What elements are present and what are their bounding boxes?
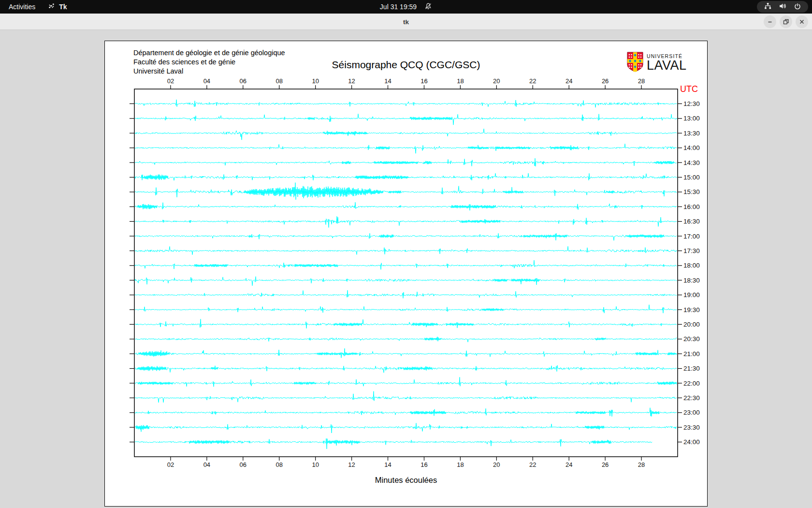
seismic-trace-17:00 <box>135 233 677 240</box>
x-tick-label-top: 16 <box>420 77 427 85</box>
trace-time-label: 16:30 <box>683 218 700 225</box>
trace-time-label: 12:30 <box>683 100 700 107</box>
x-tick-label-bottom: 12 <box>348 461 355 468</box>
trace-time-label: 13:30 <box>683 130 700 137</box>
network-icon <box>764 2 772 12</box>
seismic-trace-20:00 <box>135 319 677 329</box>
x-tick-label-top: 18 <box>457 77 464 85</box>
seismic-trace-18:00 <box>135 260 677 269</box>
trace-time-label: 21:30 <box>683 365 700 372</box>
plot-frame <box>134 89 678 457</box>
x-tick-label-bottom: 20 <box>493 461 500 468</box>
window-content: Département de géologie et de génie géol… <box>0 30 812 508</box>
minimize-icon <box>766 18 774 26</box>
tk-icon <box>48 2 55 11</box>
trace-time-label: 17:00 <box>683 233 700 240</box>
trace-time-label: 20:00 <box>683 321 700 328</box>
x-tick-label-top: 26 <box>602 77 609 85</box>
trace-time-label: 17:30 <box>683 247 700 254</box>
minimize-button[interactable] <box>764 15 776 28</box>
close-icon <box>798 18 806 26</box>
trace-time-label: 19:30 <box>683 306 700 314</box>
trace-time-label: 23:00 <box>683 409 700 416</box>
trace-time-label: 15:00 <box>683 174 700 181</box>
x-tick-label-bottom: 24 <box>566 461 572 468</box>
seismic-trace-19:00 <box>135 290 677 298</box>
trace-time-label: 15:30 <box>683 188 700 195</box>
restore-button[interactable] <box>780 15 792 28</box>
seismic-trace-16:00 <box>135 202 677 210</box>
x-tick-label-top: 04 <box>203 77 210 85</box>
trace-time-label: 23:30 <box>683 424 700 431</box>
restore-icon <box>782 18 790 26</box>
seismograph-canvas: Département de géologie et de génie géol… <box>104 41 708 507</box>
quick-settings-button[interactable] <box>757 1 808 13</box>
seismic-trace-22:30 <box>135 391 677 403</box>
x-tick-label-bottom: 16 <box>420 461 427 468</box>
window-titlebar[interactable]: tk <box>0 14 812 30</box>
x-tick-label-top: 02 <box>167 77 174 85</box>
seismic-trace-24:00 <box>135 438 652 449</box>
x-tick-label-bottom: 04 <box>203 461 210 468</box>
power-icon <box>794 2 801 12</box>
trace-time-label: 18:00 <box>683 262 700 269</box>
x-tick-label-bottom: 10 <box>312 461 319 468</box>
trace-time-label: 21:00 <box>683 350 700 358</box>
seismic-trace-21:30 <box>135 365 677 373</box>
x-tick-label-bottom: 28 <box>638 461 645 468</box>
activities-label: Activities <box>9 3 35 11</box>
close-button[interactable] <box>796 15 808 28</box>
gnome-top-bar: Activities Tk Jul 31 19:59 <box>0 0 812 14</box>
x-tick-label-top: 28 <box>638 77 645 85</box>
x-tick-label-top: 14 <box>384 77 391 85</box>
seismic-trace-14:30 <box>135 158 677 166</box>
x-tick-label-bottom: 06 <box>240 461 246 468</box>
x-tick-label-bottom: 08 <box>276 461 282 468</box>
trace-time-label: 19:00 <box>683 291 700 299</box>
seismic-trace-15:30 <box>135 183 677 200</box>
x-tick-label-bottom: 22 <box>529 461 536 468</box>
seismic-trace-13:00 <box>135 114 677 125</box>
seismic-trace-12:30 <box>135 100 677 107</box>
x-tick-label-top: 08 <box>276 77 282 85</box>
x-tick-label-top: 06 <box>240 77 246 85</box>
volume-icon <box>779 2 787 12</box>
app-menu-label: Tk <box>59 3 67 11</box>
x-tick-label-top: 20 <box>493 77 500 85</box>
bell-muted-icon <box>424 2 432 12</box>
clock-button[interactable]: Jul 31 19:59 <box>380 2 432 12</box>
x-tick-label-bottom: 02 <box>167 461 174 468</box>
x-tick-label-bottom: 18 <box>457 461 464 468</box>
seismic-trace-16:30 <box>135 216 677 227</box>
x-tick-label-top: 24 <box>566 77 572 85</box>
trace-time-label: 24:00 <box>683 438 700 446</box>
trace-time-label: 16:00 <box>683 203 700 210</box>
seismogram-plot: 0202040406060808101012121414161618182020… <box>105 41 707 506</box>
seismic-trace-19:30 <box>135 305 677 313</box>
trace-time-label: 14:00 <box>683 144 700 151</box>
x-tick-label-top: 12 <box>348 77 355 85</box>
seismic-trace-21:00 <box>135 348 677 358</box>
trace-time-label: 22:00 <box>683 380 700 387</box>
x-tick-label-bottom: 14 <box>384 461 391 468</box>
seismic-trace-23:00 <box>135 408 677 417</box>
app-menu-button[interactable]: Tk <box>48 2 67 11</box>
seismic-trace-22:00 <box>135 377 677 387</box>
trace-time-label: 22:30 <box>683 394 700 402</box>
seismic-trace-20:30 <box>135 337 677 342</box>
seismic-trace-17:30 <box>135 246 677 254</box>
x-axis-label: Minutes écoulées <box>105 476 707 485</box>
utc-axis-label: UTC <box>680 84 698 94</box>
x-tick-label-top: 10 <box>312 77 319 85</box>
seismic-trace-14:00 <box>135 144 677 153</box>
seismic-trace-23:30 <box>135 423 677 433</box>
seismic-trace-15:00 <box>135 173 677 180</box>
trace-time-label: 18:30 <box>683 277 700 284</box>
seismic-trace-18:30 <box>135 277 677 286</box>
trace-time-label: 14:30 <box>683 159 700 166</box>
activities-button[interactable]: Activities <box>9 3 35 11</box>
window-title: tk <box>0 14 812 30</box>
clock-label: Jul 31 19:59 <box>380 3 417 11</box>
x-tick-label-bottom: 26 <box>602 461 609 468</box>
seismic-trace-13:30 <box>135 129 677 140</box>
